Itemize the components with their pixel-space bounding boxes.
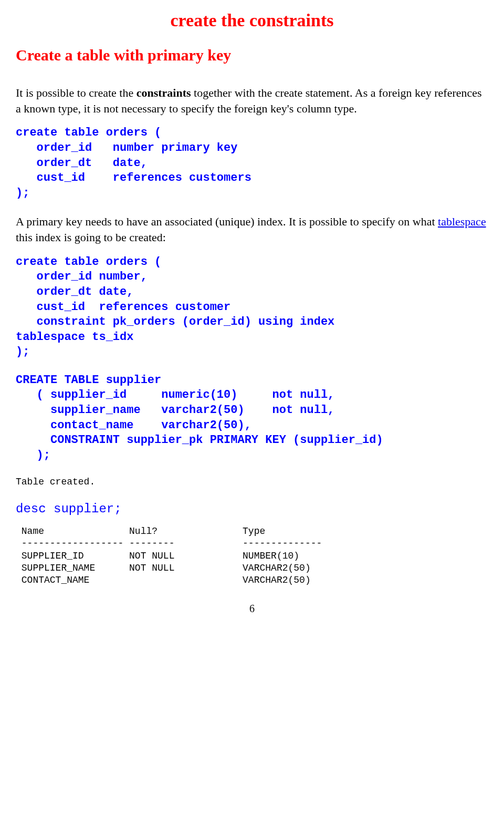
paragraph-1: It is possible to create the constraints… (16, 85, 488, 116)
para1-part1: It is possible to create the (16, 86, 136, 99)
code-block-2: create table orders ( order_id number, o… (16, 255, 488, 360)
desc-output: Name Null? Type ------------------ -----… (16, 525, 488, 587)
page-number: 6 (16, 603, 488, 615)
tablespace-link[interactable]: tablespace (438, 215, 486, 228)
desc-command: desc supplier; (16, 502, 488, 516)
code-block-1: create table orders ( order_id number pr… (16, 126, 488, 201)
title-bold: create the (171, 11, 245, 30)
code-block-3: CREATE TABLE supplier ( supplier_id nume… (16, 373, 488, 463)
para2-part1: A primary key needs to have an associate… (16, 215, 438, 228)
document-page: create the constraints Create a table wi… (0, 0, 504, 631)
page-title: create the constraints (16, 11, 488, 30)
title-rest: constraints (249, 11, 334, 30)
result-text: Table created. (16, 476, 488, 488)
section-heading: Create a table with primary key (16, 46, 488, 64)
paragraph-2: A primary key needs to have an associate… (16, 214, 488, 245)
para2-part2: this index is going to be created: (16, 231, 166, 244)
para1-bold: constraints (136, 86, 191, 99)
